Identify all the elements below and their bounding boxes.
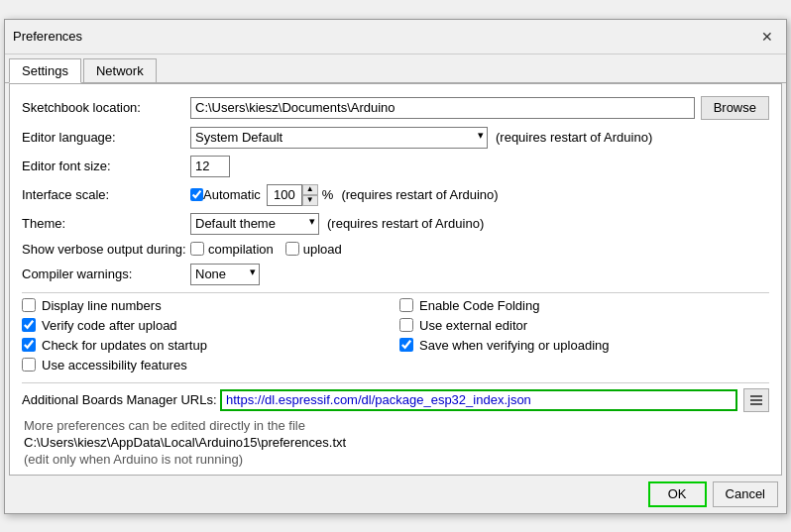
- checkbox-display-line-numbers: Display line numbers: [22, 298, 392, 313]
- ok-button[interactable]: OK: [648, 481, 707, 507]
- scale-down-button[interactable]: ▼: [302, 195, 318, 206]
- more-prefs-text: More preferences can be edited directly …: [22, 418, 769, 433]
- title-bar: Preferences ✕: [5, 20, 786, 54]
- preferences-dialog: Preferences ✕ Settings Network Sketchboo…: [4, 19, 787, 514]
- verbose-upload: upload: [285, 242, 342, 257]
- verify-code-label: Verify code after upload: [42, 318, 177, 333]
- checkbox-code-folding: Enable Code Folding: [399, 298, 769, 313]
- theme-select[interactable]: Default theme: [190, 213, 319, 235]
- editor-language-select[interactable]: System Default: [190, 127, 488, 149]
- font-size-input[interactable]: [190, 156, 230, 177]
- additional-urls-label: Additional Boards Manager URLs:: [22, 392, 220, 407]
- additional-urls-input[interactable]: [220, 389, 737, 411]
- checkbox-accessibility: Use accessibility features: [22, 358, 392, 372]
- save-verifying-label: Save when verifying or uploading: [419, 338, 610, 353]
- sketchbook-input[interactable]: [190, 97, 695, 119]
- checkbox-external-editor: Use external editor: [399, 318, 769, 333]
- svg-rect-1: [750, 399, 762, 401]
- theme-row: Theme: Default theme (requires restart o…: [22, 213, 769, 235]
- compiler-warnings-label: Compiler warnings:: [22, 266, 190, 281]
- checkboxes-left: Display line numbers Verify code after u…: [22, 298, 392, 377]
- scale-spinner: ▲ ▼: [267, 184, 318, 206]
- checkbox-save-verifying: Save when verifying or uploading: [399, 338, 769, 353]
- checkboxes-section: Display line numbers Verify code after u…: [22, 298, 769, 377]
- checkboxes-right: Enable Code Folding Use external editor …: [399, 298, 769, 377]
- code-folding-checkbox[interactable]: [399, 298, 413, 312]
- tab-network[interactable]: Network: [83, 58, 157, 82]
- checkbox-verify-code: Verify code after upload: [22, 318, 392, 333]
- verbose-options: compilation upload: [190, 242, 342, 257]
- divider: [22, 292, 769, 293]
- check-updates-label: Check for updates on startup: [42, 338, 207, 353]
- tab-bar: Settings Network: [5, 54, 786, 83]
- verbose-compilation: compilation: [190, 242, 274, 257]
- additional-urls-row: Additional Boards Manager URLs:: [22, 388, 769, 412]
- compiler-warnings-select[interactable]: None Default More All: [190, 264, 260, 285]
- display-line-numbers-checkbox[interactable]: [22, 298, 36, 312]
- editor-language-row: Editor language: System Default (require…: [22, 127, 769, 149]
- external-editor-label: Use external editor: [419, 318, 527, 333]
- save-verifying-checkbox[interactable]: [399, 338, 413, 352]
- auto-scale-checkbox[interactable]: [190, 188, 203, 201]
- editor-language-note: (requires restart of Arduino): [496, 130, 652, 145]
- accessibility-checkbox[interactable]: [22, 358, 36, 372]
- display-line-numbers-label: Display line numbers: [42, 298, 162, 313]
- browse-button[interactable]: Browse: [701, 96, 769, 120]
- theme-note: (requires restart of Arduino): [327, 216, 484, 231]
- edit-note: (edit only when Arduino is not running): [22, 452, 769, 467]
- dialog-title: Preferences: [13, 29, 82, 44]
- editor-font-size-label: Editor font size:: [22, 159, 190, 173]
- spinner-buttons: ▲ ▼: [302, 184, 318, 206]
- editor-language-label: Editor language:: [22, 130, 190, 145]
- verbose-upload-label: upload: [303, 242, 342, 257]
- check-updates-checkbox[interactable]: [22, 338, 36, 352]
- close-button[interactable]: ✕: [756, 26, 778, 48]
- divider2: [22, 382, 769, 383]
- compiler-warnings-row: Compiler warnings: None Default More All: [22, 264, 769, 285]
- scale-note: (requires restart of Arduino): [341, 187, 498, 202]
- interface-scale-label: Interface scale:: [22, 187, 190, 202]
- verify-code-checkbox[interactable]: [22, 318, 36, 332]
- svg-rect-0: [750, 395, 762, 397]
- editor-font-size-row: Editor font size:: [22, 156, 769, 177]
- tab-settings[interactable]: Settings: [9, 58, 81, 83]
- checkbox-check-updates: Check for updates on startup: [22, 338, 392, 353]
- warnings-select-wrapper: None Default More All: [190, 264, 260, 285]
- verbose-row: Show verbose output during: compilation …: [22, 242, 769, 257]
- theme-label: Theme:: [22, 216, 190, 231]
- bottom-bar: OK Cancel: [5, 476, 786, 513]
- cancel-button[interactable]: Cancel: [713, 481, 778, 507]
- auto-label: Automatic: [203, 187, 261, 202]
- editor-language-select-wrapper: System Default: [190, 127, 488, 149]
- verbose-compilation-checkbox[interactable]: [190, 242, 204, 256]
- interface-scale-row: Interface scale: Automatic ▲ ▼ % (requir…: [22, 184, 769, 206]
- accessibility-label: Use accessibility features: [42, 358, 187, 372]
- sketchbook-row: Sketchbook location: Browse: [22, 96, 769, 120]
- scale-value-input[interactable]: [267, 184, 302, 206]
- sketchbook-label: Sketchbook location:: [22, 100, 190, 115]
- list-icon: [749, 393, 763, 407]
- verbose-compilation-label: compilation: [208, 242, 274, 257]
- scale-up-button[interactable]: ▲: [302, 184, 318, 195]
- external-editor-checkbox[interactable]: [399, 318, 413, 332]
- theme-select-wrapper: Default theme: [190, 213, 319, 235]
- code-folding-label: Enable Code Folding: [419, 298, 539, 313]
- verbose-label: Show verbose output during:: [22, 242, 190, 257]
- prefs-path: C:\Users\kiesz\AppData\Local\Arduino15\p…: [22, 435, 769, 450]
- info-section: More preferences can be edited directly …: [22, 418, 769, 467]
- verbose-upload-checkbox[interactable]: [285, 242, 299, 256]
- percent-sign: %: [322, 187, 334, 202]
- additional-urls-button[interactable]: [743, 388, 769, 412]
- settings-content: Sketchbook location: Browse Editor langu…: [9, 83, 782, 476]
- svg-rect-2: [750, 403, 762, 405]
